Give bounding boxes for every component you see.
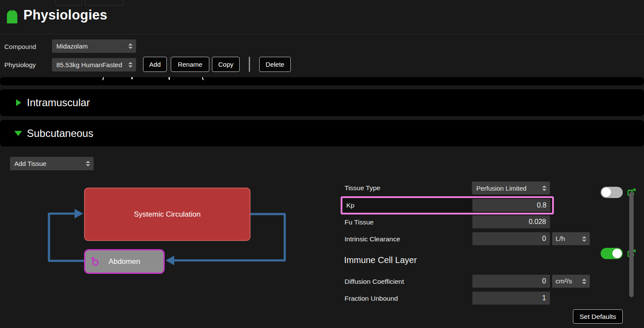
compound-select[interactable]: Midazolam	[52, 39, 136, 53]
tissue-type-select-value: Perfusion Limited	[476, 185, 527, 192]
spinner-icon	[582, 236, 586, 242]
spinner-icon	[128, 43, 133, 49]
set-defaults-button[interactable]: Set Defaults	[573, 309, 623, 324]
page-title: Physiologies	[23, 7, 107, 23]
section-subcutaneous[interactable]: Subcutaneous	[0, 120, 644, 146]
tissue-type-select[interactable]: Perfusion Limited	[472, 182, 550, 195]
clipped-element-fragment	[85, 0, 124, 6]
diffusion-coefficient-label: Diffusion Coefficient	[345, 278, 404, 286]
physiologies-app: Physiologies Compound Midazolam Physiolo…	[0, 0, 644, 328]
collapse-arrow-icon[interactable]	[16, 99, 21, 106]
kp-highlighted-row: Kp	[341, 196, 554, 214]
section-subcutaneous-label: Subcutaneous	[27, 127, 93, 140]
compound-label: Compound	[4, 43, 36, 50]
add-tissue-select-value: Add Tissue	[14, 160, 46, 167]
fraction-unbound-input[interactable]	[472, 292, 550, 305]
spinner-icon	[86, 161, 90, 166]
kp-input[interactable]	[472, 199, 550, 212]
clipped-text-fragment	[202, 77, 204, 80]
clipped-text-fragment	[169, 77, 170, 80]
intrinsic-clearance-unit-select[interactable]: L/h	[552, 232, 590, 245]
section-intramuscular-label: Intramuscular	[27, 97, 90, 109]
toggle-knob	[612, 249, 622, 258]
abdomen-tissue-node[interactable]: Abdomen	[84, 249, 165, 274]
abdomen-label: Abdomen	[109, 257, 140, 266]
rename-button[interactable]: Rename	[171, 57, 209, 72]
injection-site-icon	[90, 257, 101, 269]
spinner-icon	[128, 62, 133, 68]
add-button[interactable]: Add	[143, 57, 167, 72]
add-tissue-select[interactable]: Add Tissue	[10, 157, 94, 170]
panel-scrollbar-thumb[interactable]	[629, 192, 634, 297]
diffusion-coefficient-input[interactable]	[472, 275, 550, 288]
physiology-label: Physiology	[4, 61, 36, 68]
clipped-element-fragment	[55, 0, 82, 6]
intrinsic-clearance-input[interactable]	[472, 232, 550, 245]
systemic-circulation-label: Systemic Circulation	[134, 210, 201, 219]
toolbar-separator	[249, 57, 250, 72]
diffusion-unit-select[interactable]: cm²/s	[552, 275, 590, 288]
systemic-circulation-node: Systemic Circulation	[84, 188, 250, 241]
physiology-select[interactable]: 85.53kg HumanFasted	[52, 58, 136, 71]
fraction-unbound-label: Fraction Unbound	[345, 295, 398, 302]
compound-select-value: Midazolam	[56, 42, 88, 50]
tissue-type-label: Tissue Type	[345, 184, 381, 192]
copy-button[interactable]: Copy	[212, 57, 240, 72]
intramuscular-toggle[interactable]	[601, 187, 623, 198]
physiology-select-value: 85.53kg HumanFasted	[56, 61, 122, 68]
physiology-body-icon	[6, 9, 18, 26]
subcutaneous-toggle[interactable]	[601, 248, 623, 259]
section-intramuscular[interactable]: Intramuscular	[0, 89, 644, 116]
diffusion-unit-value: cm²/s	[556, 277, 572, 285]
fu-tissue-label: Fu Tissue	[345, 218, 374, 226]
app-header: Physiologies	[0, 0, 644, 34]
clipped-text-fragment	[131, 77, 133, 79]
immune-cell-layer-heading: Immune Cell Layer	[344, 255, 417, 265]
toggle-knob	[602, 188, 611, 197]
arrowhead-icon	[166, 256, 174, 265]
intrinsic-clearance-unit-value: L/h	[556, 235, 565, 243]
delete-button[interactable]: Delete	[259, 57, 291, 72]
fu-tissue-input[interactable]	[472, 215, 550, 228]
toolbar: Compound Midazolam Physiology 85.53kg Hu…	[0, 35, 644, 74]
intrinsic-clearance-label: Intrinsic Clearance	[345, 235, 400, 243]
spinner-icon	[542, 185, 546, 191]
spinner-icon	[582, 279, 586, 284]
kp-label: Kp	[346, 201, 355, 209]
arrowhead-icon	[75, 209, 83, 218]
clipped-section-bar[interactable]	[0, 77, 644, 85]
expand-arrow-icon[interactable]	[14, 131, 22, 136]
clipped-text-fragment	[102, 77, 104, 80]
